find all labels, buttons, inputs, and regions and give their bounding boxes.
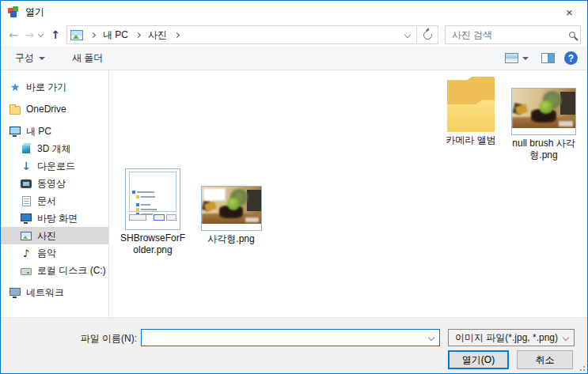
navigation-pane: ★ 바로 가기 OneDrive 내 PC 3D 개체 ↓ 다운로드 동영상 xyxy=(1,70,109,317)
command-toolbar: 구성 새 폴더 ? xyxy=(1,47,587,70)
sidebar-item-music[interactable]: ♪ 음악 xyxy=(1,244,108,262)
download-icon: ↓ xyxy=(20,160,32,172)
window-title: 열기 xyxy=(25,6,44,19)
search-input[interactable] xyxy=(452,29,566,40)
file-name: 카메라 앨범 xyxy=(433,134,509,146)
recent-locations-chevron-icon[interactable] xyxy=(38,31,44,36)
sidebar-item-desktop[interactable]: 바탕 화면 xyxy=(1,210,108,227)
new-folder-label: 새 폴더 xyxy=(72,51,103,65)
image-thumbnail xyxy=(125,168,180,230)
chevron-down-icon xyxy=(39,57,45,60)
new-folder-button[interactable]: 새 폴더 xyxy=(69,49,106,67)
file-list-area[interactable]: 카메라 앨범 null brush 사각형.png xyxy=(109,70,587,317)
image-thumbnail xyxy=(201,186,262,231)
back-icon[interactable]: ← xyxy=(6,28,21,41)
cancel-button[interactable]: 취소 xyxy=(517,350,573,369)
view-mode-icon xyxy=(505,53,518,63)
file-item-rectangle[interactable]: 사각형.png xyxy=(197,168,265,245)
open-button[interactable]: 열기(O) xyxy=(448,350,509,369)
video-icon xyxy=(20,177,32,190)
computer-icon xyxy=(9,125,21,138)
forward-icon[interactable]: → xyxy=(21,28,37,41)
breadcrumb-separator-icon xyxy=(135,32,141,37)
file-name: 사각형.png xyxy=(197,233,265,245)
pictures-location-icon xyxy=(70,30,83,40)
sidebar-item-downloads[interactable]: ↓ 다운로드 xyxy=(1,157,108,175)
music-icon: ♪ xyxy=(20,247,32,259)
dialog-body: ★ 바로 가기 OneDrive 내 PC 3D 개체 ↓ 다운로드 동영상 xyxy=(1,70,587,317)
image-thumbnail xyxy=(511,88,576,135)
pictures-icon xyxy=(20,229,32,242)
file-name: SHBrowseForFolder.png xyxy=(119,232,187,256)
breadcrumb-separator-icon xyxy=(90,32,96,37)
filetype-dropdown-chevron-icon xyxy=(558,330,574,346)
sidebar-item-network[interactable]: 네트워크 xyxy=(1,284,108,301)
sidebar-item-onedrive[interactable]: OneDrive xyxy=(1,100,108,118)
file-item-null-brush[interactable]: null brush 사각형.png xyxy=(506,77,582,161)
sidebar-item-quick-access[interactable]: ★ 바로 가기 xyxy=(1,78,108,96)
close-icon[interactable]: × xyxy=(552,1,587,23)
open-file-dialog: 열기 × ← → ↑ 내 PC 사진 xyxy=(0,0,588,374)
breadcrumb-separator-icon xyxy=(174,32,180,37)
filename-input[interactable] xyxy=(142,330,423,346)
filename-combobox[interactable] xyxy=(141,329,440,346)
file-item-camera-album[interactable]: 카메라 앨범 xyxy=(433,77,509,146)
breadcrumb-item-pc[interactable]: 내 PC xyxy=(101,27,130,43)
network-icon xyxy=(9,286,21,299)
chevron-down-icon xyxy=(522,57,529,60)
help-icon[interactable]: ? xyxy=(564,51,578,65)
filename-label: 파일 이름(N): xyxy=(44,332,137,346)
file-name: null brush 사각형.png xyxy=(506,138,582,161)
organize-label: 구성 xyxy=(15,51,34,65)
star-icon: ★ xyxy=(9,81,21,93)
filename-dropdown-chevron-icon[interactable] xyxy=(423,330,439,346)
search-icon xyxy=(569,32,575,38)
folder-icon xyxy=(447,77,495,132)
sidebar-item-pictures[interactable]: 사진 xyxy=(1,227,108,244)
resize-grip[interactable] xyxy=(579,365,585,371)
folder-icon xyxy=(9,103,21,115)
hard-drive-icon xyxy=(20,264,32,277)
filetype-value: 이미지 파일(*.jpg, *.png) xyxy=(449,331,558,345)
refresh-button[interactable] xyxy=(416,25,438,44)
organize-button[interactable]: 구성 xyxy=(12,49,48,67)
toolbar-right-icons: ? xyxy=(502,51,578,66)
sidebar-item-documents[interactable]: 문서 xyxy=(1,192,108,210)
file-item-shbrowseforfolder[interactable]: SHBrowseForFolder.png xyxy=(119,168,187,256)
search-box[interactable] xyxy=(445,25,581,44)
navigation-bar: ← → ↑ 내 PC 사진 xyxy=(1,23,587,47)
sidebar-item-3d-objects[interactable]: 3D 개체 xyxy=(1,140,108,157)
filetype-dropdown[interactable]: 이미지 파일(*.jpg, *.png) xyxy=(448,329,575,346)
app-icon xyxy=(7,6,20,18)
desktop-icon xyxy=(20,212,32,225)
sidebar-item-this-pc[interactable]: 내 PC xyxy=(1,123,108,140)
breadcrumb-item-pictures[interactable]: 사진 xyxy=(146,27,169,43)
cube-icon xyxy=(20,142,32,155)
dialog-footer: 파일 이름(N): 이미지 파일(*.jpg, *.png) 열기(O) 취소 xyxy=(1,317,587,373)
preview-pane-icon[interactable] xyxy=(541,53,555,63)
address-dropdown-chevron-icon[interactable] xyxy=(399,26,416,43)
sidebar-item-videos[interactable]: 동영상 xyxy=(1,175,108,192)
address-bar-group: 내 PC 사진 xyxy=(66,25,438,44)
titlebar: 열기 × xyxy=(1,1,587,23)
up-icon[interactable]: ↑ xyxy=(47,28,63,41)
sidebar-item-local-disk-c[interactable]: 로컬 디스크 (C:) xyxy=(1,262,108,279)
refresh-icon xyxy=(423,31,432,40)
document-icon xyxy=(20,195,32,207)
address-bar[interactable]: 내 PC 사진 xyxy=(66,25,416,44)
view-mode-button[interactable] xyxy=(502,51,532,66)
